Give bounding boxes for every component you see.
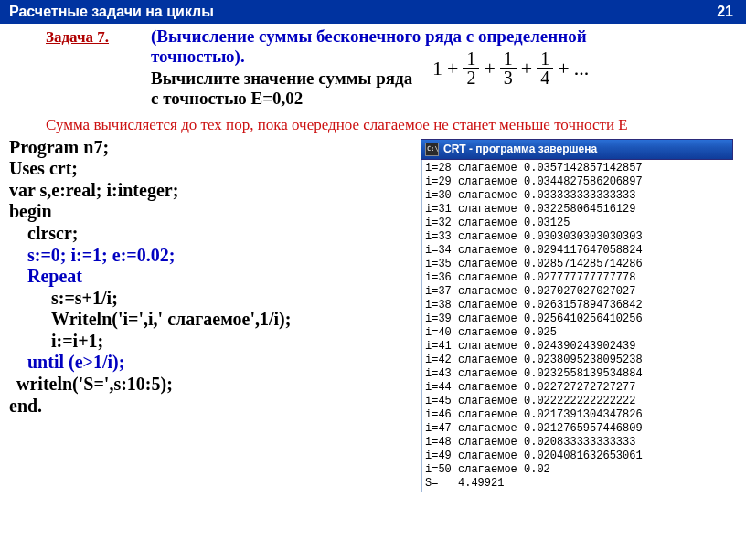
fraction: 1 2 <box>463 49 479 87</box>
formula-dots: ... <box>574 57 590 80</box>
plus-icon: + <box>484 57 495 80</box>
problem-row: Задача 7. (Вычисление суммы бесконечного… <box>9 26 741 110</box>
code-line: Writeln('i=',i,' слагаемое',1/i); <box>9 309 421 331</box>
code-line: Program n7; <box>9 137 421 159</box>
code-line: until (e>1/i); <box>9 352 421 374</box>
crt-window: CRT - программа завершена i=28 слагаемое… <box>421 139 733 492</box>
numerator: 1 <box>463 49 479 69</box>
problem-title-line1: (Вычисление суммы бесконечного ряда с оп… <box>151 26 587 46</box>
crt-output: i=28 слагаемое 0.0357142857142857 i=29 с… <box>421 160 733 492</box>
formula-one: 1 <box>432 57 442 80</box>
fraction: 1 4 <box>537 49 553 87</box>
numerator: 1 <box>537 49 553 69</box>
slide-content: Задача 7. (Вычисление суммы бесконечного… <box>0 24 746 492</box>
problem-desc-line1: Вычислите значение суммы ряда <box>151 69 412 88</box>
code-line: var s,e:real; i:integer; <box>9 180 421 202</box>
code-line: clrscr; <box>9 223 421 245</box>
code-line: writeln('S=',s:10:5); <box>9 374 421 396</box>
code-line: end. <box>9 396 421 417</box>
numerator: 1 <box>500 49 517 69</box>
problem-desc-line2: с точностью Е=0,02 <box>151 89 303 108</box>
slide-header: Расчетные задачи на циклы 21 <box>0 0 746 24</box>
main-row: Program n7; Uses crt; var s,e:real; i:in… <box>9 137 741 492</box>
code-line: Repeat <box>9 266 421 288</box>
denominator: 3 <box>500 69 517 87</box>
code-line: begin <box>9 201 421 223</box>
plus-icon: + <box>521 57 532 80</box>
slide-number: 21 <box>717 4 733 20</box>
code-line: Uses crt; <box>9 158 421 180</box>
fraction: 1 3 <box>500 49 517 87</box>
slide-title: Расчетные задачи на циклы <box>9 4 214 20</box>
code-line: i:=i+1; <box>9 331 421 353</box>
crt-titlebar: CRT - программа завершена <box>421 139 733 160</box>
code-line: s:=0; i:=1; e:=0.02; <box>9 245 421 267</box>
plus-icon: + <box>447 57 458 80</box>
note-text: Сумма вычисляется до тех пор, пока очере… <box>46 115 704 134</box>
crt-title-text: CRT - программа завершена <box>443 143 597 155</box>
code-line: s:=s+1/i; <box>9 288 421 310</box>
denominator: 4 <box>537 69 553 87</box>
series-formula: 1 + 1 2 + 1 3 + 1 4 + ... <box>432 49 589 87</box>
console-icon <box>425 143 439 156</box>
task-label: Задача 7. <box>9 26 151 47</box>
problem-title-line2: точностью). <box>151 47 245 66</box>
plus-icon: + <box>558 57 569 80</box>
denominator: 2 <box>463 69 479 87</box>
code-block: Program n7; Uses crt; var s,e:real; i:in… <box>9 137 421 492</box>
